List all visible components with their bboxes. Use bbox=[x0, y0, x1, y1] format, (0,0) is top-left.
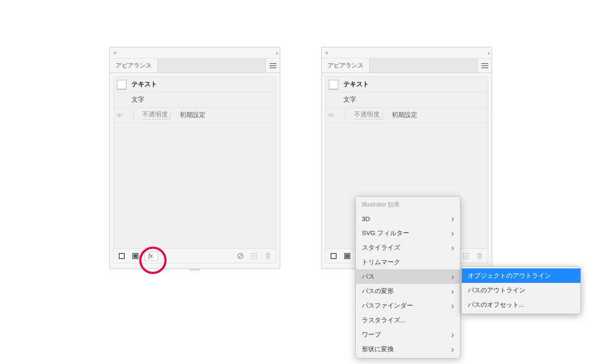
opacity-value: 初期設定 bbox=[392, 111, 417, 119]
effects-menu: Illustrator 効果 3D›SVG フィルター›スタイライズ›トリムマー… bbox=[355, 196, 460, 358]
effects-menu-item[interactable]: 形状に変換› bbox=[356, 342, 460, 356]
row-characters-label: 文字 bbox=[329, 96, 356, 104]
plus-box-icon bbox=[250, 252, 258, 260]
stroke-icon bbox=[331, 253, 337, 259]
effects-menu-item[interactable]: パスファインダー› bbox=[356, 298, 460, 313]
path-submenu-item[interactable]: パスのアウトライン bbox=[462, 283, 580, 297]
row-title-label: テキスト bbox=[343, 80, 369, 88]
thumbnail-swatch bbox=[117, 80, 126, 89]
divider bbox=[345, 110, 346, 121]
visibility-toggle[interactable] bbox=[114, 111, 125, 119]
chevron-right-icon: › bbox=[451, 243, 454, 253]
svg-point-0 bbox=[118, 114, 120, 116]
stroke-icon bbox=[119, 253, 125, 259]
chevron-right-icon: › bbox=[451, 214, 454, 224]
appearance-list: テキスト 文字 不透明度 : 初期設定 fx. bbox=[113, 76, 276, 263]
opacity-label[interactable]: 不透明度 : bbox=[142, 111, 171, 119]
opacity-value: 初期設定 bbox=[180, 111, 205, 119]
duplicate-item-button[interactable] bbox=[249, 251, 259, 261]
menu-item-label: ワープ bbox=[362, 331, 381, 339]
appearance-panel-left: × ‹‹ アピアランス テキスト 文字 不透明度 : 初期設定 bbox=[109, 47, 280, 269]
effects-menu-item[interactable]: ラスタライズ... bbox=[356, 313, 460, 327]
add-stroke-button[interactable] bbox=[117, 251, 126, 261]
delete-item-button[interactable] bbox=[475, 251, 484, 261]
tab-appearance[interactable]: アピアランス bbox=[322, 58, 370, 73]
menu-item-label: パス bbox=[362, 273, 375, 281]
tab-row: アピアランス bbox=[322, 58, 492, 73]
menu-item-label: パスファインダー bbox=[362, 302, 413, 310]
thumbnail-swatch bbox=[329, 80, 338, 89]
svg-point-8 bbox=[330, 114, 332, 116]
effects-menu-item[interactable]: 3D› bbox=[356, 211, 460, 226]
eye-icon bbox=[115, 111, 123, 119]
delete-item-button[interactable] bbox=[263, 251, 273, 261]
effects-menu-item[interactable]: スタイライズ› bbox=[356, 240, 460, 255]
effects-menu-item[interactable]: ワープ› bbox=[356, 327, 460, 342]
visibility-toggle[interactable] bbox=[325, 111, 337, 119]
noentry-icon bbox=[237, 252, 244, 260]
path-submenu: オブジェクトのアウトラインパスのアウトラインパスのオフセット... bbox=[461, 266, 581, 314]
panel-topbar: × ‹‹ bbox=[110, 47, 280, 58]
tab-empty-area bbox=[158, 58, 265, 73]
tab-row: アピアランス bbox=[110, 58, 280, 73]
resize-grip[interactable] bbox=[182, 268, 208, 271]
trash-icon bbox=[264, 252, 271, 260]
chevron-right-icon: › bbox=[451, 272, 454, 282]
add-effect-button[interactable]: fx. bbox=[144, 251, 158, 261]
collapse-icon[interactable]: ‹‹ bbox=[488, 50, 488, 56]
effects-menu-header: Illustrator 効果 bbox=[356, 198, 460, 211]
panel-footer: fx. bbox=[114, 248, 276, 263]
panel-menu-button[interactable] bbox=[265, 58, 280, 73]
row-opacity[interactable]: 不透明度 : 初期設定 bbox=[325, 108, 488, 123]
close-icon[interactable]: × bbox=[113, 50, 117, 56]
menu-item-label: 形状に変換 bbox=[362, 345, 394, 353]
path-submenu-item[interactable]: パスのオフセット... bbox=[462, 297, 580, 312]
divider bbox=[133, 110, 134, 121]
menu-item-label: ラスタライズ... bbox=[362, 316, 406, 324]
hamburger-icon bbox=[481, 63, 488, 68]
effects-menu-item[interactable]: パス› bbox=[356, 269, 460, 284]
row-characters[interactable]: 文字 bbox=[325, 92, 488, 108]
row-characters-label: 文字 bbox=[117, 96, 144, 104]
menu-item-label: SVG フィルター bbox=[362, 229, 409, 237]
fill-icon bbox=[132, 253, 138, 259]
row-title-label: テキスト bbox=[132, 80, 157, 88]
menu-item-label: スタイライズ bbox=[362, 244, 400, 252]
row-object-type[interactable]: テキスト bbox=[325, 77, 488, 92]
chevron-right-icon: › bbox=[451, 330, 454, 340]
effects-menu-item[interactable]: トリムマーク bbox=[356, 255, 460, 269]
add-fill-button[interactable] bbox=[343, 251, 352, 261]
fill-icon bbox=[344, 253, 350, 259]
opacity-label[interactable]: 不透明度 : bbox=[354, 111, 383, 119]
close-icon[interactable]: × bbox=[325, 50, 328, 56]
eye-icon bbox=[327, 111, 335, 119]
hamburger-icon bbox=[270, 63, 276, 68]
menu-item-label: トリムマーク bbox=[362, 258, 400, 266]
tab-appearance[interactable]: アピアランス bbox=[110, 58, 158, 73]
add-fill-button[interactable] bbox=[131, 251, 140, 261]
row-opacity[interactable]: 不透明度 : 初期設定 bbox=[114, 108, 276, 123]
chevron-right-icon: › bbox=[451, 228, 454, 238]
tab-empty-area bbox=[370, 58, 477, 73]
clear-appearance-button[interactable] bbox=[236, 251, 245, 261]
menu-item-label: 3D bbox=[362, 215, 370, 222]
chevron-right-icon: › bbox=[451, 301, 454, 311]
chevron-right-icon: › bbox=[451, 344, 454, 354]
row-characters[interactable]: 文字 bbox=[114, 92, 276, 108]
panel-menu-button[interactable] bbox=[477, 58, 492, 73]
add-stroke-button[interactable] bbox=[329, 251, 338, 261]
panel-topbar: × ‹‹ bbox=[322, 47, 492, 58]
plus-box-icon bbox=[462, 252, 470, 260]
chevron-right-icon: › bbox=[451, 286, 454, 296]
path-submenu-item[interactable]: オブジェクトのアウトライン bbox=[462, 268, 580, 283]
svg-line-2 bbox=[239, 254, 243, 258]
effects-menu-item[interactable]: パスの変形› bbox=[356, 284, 460, 298]
menu-item-label: パスの変形 bbox=[362, 287, 394, 295]
duplicate-item-button[interactable] bbox=[461, 251, 471, 261]
effects-menu-item[interactable]: SVG フィルター› bbox=[356, 226, 460, 240]
row-object-type[interactable]: テキスト bbox=[114, 77, 276, 92]
trash-icon bbox=[476, 252, 483, 260]
collapse-icon[interactable]: ‹‹ bbox=[276, 50, 276, 56]
